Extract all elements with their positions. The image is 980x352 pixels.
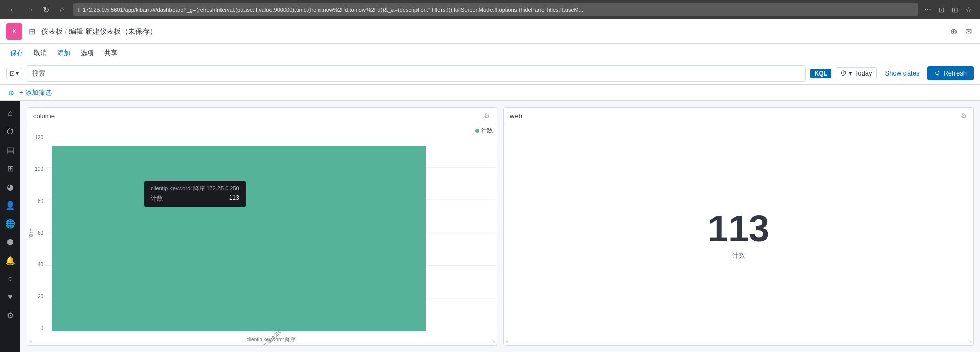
- time-picker[interactable]: ⏱ ▾ Today: [836, 67, 877, 79]
- time-icon: ⏱: [840, 69, 847, 77]
- time-dropdown-icon: ▾: [849, 69, 852, 77]
- sidebar-item-recent[interactable]: ⏱: [2, 123, 18, 140]
- chart-plot: 172.25.0.250: [45, 135, 497, 331]
- left-panel-title: colume: [33, 112, 55, 120]
- chart-legend: 计数: [475, 127, 493, 134]
- y-tick-40: 40: [38, 262, 43, 267]
- browser-actions: ⋯ ⊡ ⊞ ☆: [922, 5, 974, 15]
- breadcrumb-current: 编辑 新建仪表板（未保存）: [69, 27, 157, 36]
- show-dates-button[interactable]: Show dates: [881, 68, 924, 79]
- bookmark-icon[interactable]: ☆: [963, 5, 974, 15]
- kibana-logo: K: [6, 23, 22, 40]
- right-gear-icon: ⚙: [961, 112, 967, 120]
- filter-icon: ⊡: [10, 70, 15, 77]
- home-button[interactable]: ⌂: [55, 3, 69, 17]
- legend-label: 计数: [481, 127, 493, 134]
- kql-badge[interactable]: KQL: [810, 69, 831, 78]
- search-input-wrap[interactable]: [27, 65, 806, 82]
- back-button[interactable]: ←: [6, 3, 20, 17]
- main-layout: ⌂ ⏱ ▤ ⊞ ◕ 👤 🌐 ⬢ 🔔 ○ ♥ ⚙ colume ⚙: [0, 101, 980, 352]
- metric-value: 113: [708, 210, 769, 247]
- sidebar-item-ml[interactable]: ⬢: [2, 234, 18, 250]
- app-header: K ⊞ 仪表板 / 编辑 新建仪表板（未保存） ⊕ ✉: [0, 19, 980, 44]
- bar-rect[interactable]: [52, 146, 426, 331]
- sidebar-item-visualize[interactable]: ▤: [2, 142, 18, 158]
- expand-icon: ⊕: [8, 89, 14, 97]
- extensions-button[interactable]: ⋯: [922, 5, 934, 15]
- cancel-button[interactable]: 取消: [30, 46, 51, 60]
- metric-container: 113 计数: [504, 124, 973, 345]
- main-content: colume ⚙ 计数 120: [20, 101, 980, 352]
- add-filter-link[interactable]: + 添加筛选: [19, 88, 52, 97]
- toolbar: 保存 取消 添加 选项 共享: [0, 44, 980, 62]
- left-panel-bottom-bar: ≡: [27, 337, 497, 345]
- y-tick-0: 0: [40, 325, 43, 331]
- sidebar-item-discover[interactable]: ◕: [2, 179, 18, 195]
- gear-icon: ⚙: [484, 112, 491, 120]
- browser-chrome: ← → ↻ ⌂ ℹ 172.25.0.5:5601/app/kibana#/da…: [0, 0, 980, 19]
- y-tick-80: 80: [38, 198, 43, 204]
- sidebar-item-alerts[interactable]: 🔔: [2, 252, 18, 268]
- search-input[interactable]: [32, 69, 800, 77]
- drag-handle-icon[interactable]: ≡: [29, 339, 32, 344]
- home-icon-button[interactable]: ⊞: [27, 24, 37, 38]
- right-panel: web ⚙ 113 计数 ≡ ↘: [503, 107, 974, 346]
- share-button[interactable]: 共享: [100, 46, 121, 60]
- right-panel-header: web ⚙: [504, 108, 973, 124]
- sidebar-item-monitoring[interactable]: ♥: [2, 289, 18, 305]
- right-drag-handle-icon[interactable]: ≡: [506, 339, 509, 344]
- save-button[interactable]: 保存: [6, 46, 28, 60]
- sidebar-item-dashboard[interactable]: ⊞: [2, 160, 18, 177]
- add-button[interactable]: 添加: [53, 46, 75, 60]
- y-tick-100: 100: [35, 166, 43, 172]
- sidebar-item-settings[interactable]: ⚙: [2, 307, 18, 323]
- breadcrumb-separator: /: [65, 28, 67, 36]
- reload-button[interactable]: ↻: [39, 3, 53, 17]
- url-text: 172.25.0.5:5601/app/kibana#/dashboard?_g…: [83, 7, 914, 13]
- sidebar-item-home[interactable]: ⌂: [2, 105, 18, 121]
- sidebar-item-users[interactable]: 👤: [2, 197, 18, 213]
- panels-grid: colume ⚙ 计数 120: [27, 107, 974, 346]
- resize-handle[interactable]: ↘: [491, 337, 496, 344]
- help-icon-button[interactable]: ⊕: [948, 24, 959, 38]
- right-panel-bottom-bar: ≡: [504, 337, 973, 345]
- y-tick-120: 120: [35, 135, 43, 140]
- metric-label: 计数: [732, 251, 745, 260]
- right-panel-title: web: [510, 112, 522, 120]
- sidebar-toggle-button[interactable]: ⊡: [937, 5, 947, 15]
- options-button[interactable]: 选项: [77, 46, 98, 60]
- y-axis-label: 累计: [28, 228, 35, 238]
- filter-toggle-button[interactable]: ⊡ ▾: [6, 68, 22, 79]
- filter-dropdown-icon: ▾: [16, 70, 19, 77]
- refresh-button[interactable]: ↺ Refresh: [927, 66, 974, 80]
- sidebar: ⌂ ⏱ ▤ ⊞ ◕ 👤 🌐 ⬢ 🔔 ○ ♥ ⚙: [0, 101, 20, 352]
- legend-dot: [475, 129, 479, 133]
- sidebar-item-maps[interactable]: 🌐: [2, 215, 18, 232]
- lock-icon: ℹ: [78, 7, 80, 13]
- header-right-icons: ⊕ ✉: [948, 24, 974, 38]
- left-panel-gear-button[interactable]: ⚙: [484, 112, 491, 120]
- forward-button[interactable]: →: [22, 3, 37, 17]
- right-panel-body: 113 计数 ≡ ↘: [504, 124, 973, 345]
- full-screen-button[interactable]: ⊞: [950, 5, 960, 15]
- left-panel-header: colume ⚙: [27, 108, 497, 124]
- breadcrumb: 仪表板 / 编辑 新建仪表板（未保存）: [41, 27, 157, 36]
- sidebar-item-tags[interactable]: ○: [2, 270, 18, 287]
- right-resize-handle[interactable]: ↘: [967, 337, 972, 344]
- chart-area: 120 100 80 60 40 20 0 累计: [27, 135, 497, 331]
- address-bar[interactable]: ℹ 172.25.0.5:5601/app/kibana#/dashboard?…: [74, 3, 918, 16]
- right-panel-gear-button[interactable]: ⚙: [961, 112, 967, 120]
- y-tick-20: 20: [38, 294, 43, 299]
- y-tick-60: 60: [38, 230, 43, 236]
- refresh-label: Refresh: [943, 69, 967, 77]
- bar-chart-svg: [45, 135, 497, 331]
- search-bar: ⊡ ▾ KQL ⏱ ▾ Today Show dates ↺ Refresh: [0, 62, 980, 85]
- left-panel-body: 计数 120 100 80 60 40 20 0: [27, 124, 497, 345]
- breadcrumb-parent: 仪表板: [41, 27, 63, 36]
- left-panel: colume ⚙ 计数 120: [27, 107, 497, 346]
- filter-expand-button[interactable]: ⊕: [6, 88, 16, 98]
- nav-buttons: ← → ↻ ⌂: [6, 3, 69, 17]
- filter-bar: ⊕ + 添加筛选: [0, 85, 980, 101]
- notifications-icon-button[interactable]: ✉: [963, 24, 974, 38]
- time-value: Today: [854, 69, 872, 77]
